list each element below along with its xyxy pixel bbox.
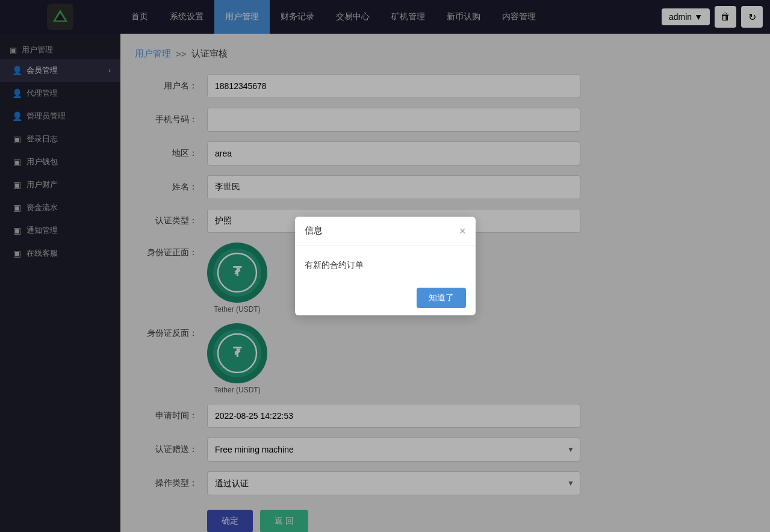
modal-ok-button[interactable]: 知道了	[417, 288, 466, 308]
modal-dialog: 信息 × 有新的合约订单 知道了	[295, 217, 476, 315]
modal-header: 信息 ×	[295, 217, 476, 246]
modal-title: 信息	[305, 225, 323, 237]
modal-body: 有新的合约订单	[295, 246, 476, 280]
modal-overlay: 信息 × 有新的合约订单 知道了	[0, 0, 770, 532]
modal-message: 有新的合约订单	[305, 260, 364, 270]
modal-close-button[interactable]: ×	[459, 226, 466, 237]
modal-footer: 知道了	[295, 280, 476, 315]
